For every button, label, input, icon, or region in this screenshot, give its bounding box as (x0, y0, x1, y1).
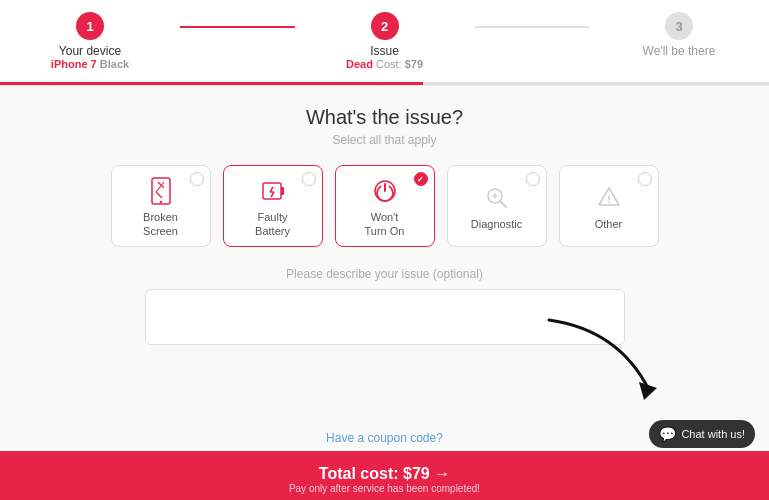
diagnostic-label: Diagnostic (471, 217, 522, 231)
main-content: What's the issue? Select all that apply … (0, 86, 769, 359)
step-2-circle: 2 (371, 12, 399, 40)
step-3: 3 We'll be there (589, 12, 769, 58)
progress-line (0, 82, 769, 85)
total-cost-sublabel: Pay only after service has been complete… (289, 483, 480, 494)
chat-label: Chat with us! (681, 428, 745, 440)
wont-turn-on-label: Won'tTurn On (365, 210, 405, 239)
step-2: 2 Issue Dead Cost: $79 (295, 12, 475, 70)
issue-card-wont-turn-on[interactable]: Won'tTurn On (335, 165, 435, 247)
step-2-sublabel: Dead Cost: $79 (346, 58, 423, 70)
connector-1-2 (180, 26, 295, 28)
svg-point-4 (159, 201, 161, 203)
svg-rect-0 (152, 178, 170, 204)
step-1: 1 Your device iPhone 7 Black (0, 12, 180, 70)
chat-widget[interactable]: 💬 Chat with us! (649, 420, 755, 448)
diagnostic-radio (526, 172, 540, 186)
other-icon (594, 183, 624, 213)
step-1-label: Your device (59, 44, 121, 58)
question-subtitle: Select all that apply (40, 133, 729, 147)
broken-screen-label: BrokenScreen (143, 210, 178, 239)
wont-turn-on-radio (414, 172, 428, 186)
diagnostic-icon (482, 183, 512, 213)
chat-bubble-icon: 💬 (659, 426, 676, 442)
faulty-battery-icon (258, 176, 288, 206)
describe-textarea[interactable] (145, 289, 625, 345)
question-title: What's the issue? (40, 106, 729, 129)
svg-point-16 (608, 202, 610, 204)
issue-card-faulty-battery[interactable]: FaultyBattery (223, 165, 323, 247)
faulty-battery-radio (302, 172, 316, 186)
other-radio (638, 172, 652, 186)
stepper: 1 Your device iPhone 7 Black 2 Issue Dea… (0, 12, 769, 82)
stepper-bar: 1 Your device iPhone 7 Black 2 Issue Dea… (0, 0, 769, 86)
svg-line-3 (156, 192, 162, 198)
total-cost-button[interactable]: Total cost: $79 → Pay only after service… (0, 451, 769, 500)
describe-label: Please describe your issue (optional) (40, 267, 729, 281)
total-cost-label: Total cost: $79 → (319, 465, 450, 483)
step-2-label: Issue (370, 44, 399, 58)
step-1-circle: 1 (76, 12, 104, 40)
broken-screen-icon (146, 176, 176, 206)
other-label: Other (595, 217, 623, 231)
wont-turn-on-icon (370, 176, 400, 206)
issue-card-diagnostic[interactable]: Diagnostic (447, 165, 547, 247)
svg-line-12 (500, 201, 506, 207)
broken-screen-radio (190, 172, 204, 186)
step-3-circle: 3 (665, 12, 693, 40)
step-1-sublabel: iPhone 7 Black (51, 58, 129, 70)
faulty-battery-label: FaultyBattery (255, 210, 290, 239)
step-3-label: We'll be there (643, 44, 716, 58)
issue-card-other[interactable]: Other (559, 165, 659, 247)
issue-cards-container: BrokenScreen FaultyBattery Won'tTurn On (40, 165, 729, 247)
svg-rect-6 (281, 187, 284, 195)
connector-2-3 (475, 26, 590, 28)
issue-card-broken-screen[interactable]: BrokenScreen (111, 165, 211, 247)
svg-marker-17 (639, 382, 657, 400)
